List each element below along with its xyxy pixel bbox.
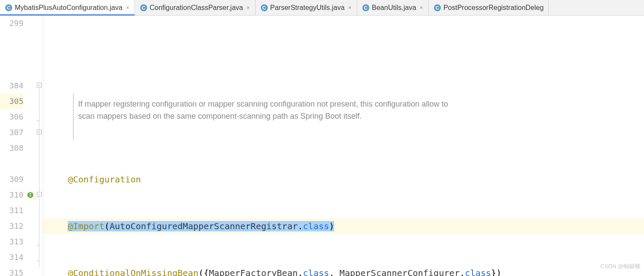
- close-icon[interactable]: ×: [246, 4, 251, 11]
- tab-label: BeanUtils.java: [372, 4, 416, 12]
- fold-toggle-icon[interactable]: −: [37, 192, 42, 197]
- code-content[interactable]: If mapper registering configuration or m…: [43, 16, 644, 276]
- marker-column: I ↑: [26, 16, 36, 276]
- tab-beanutils[interactable]: BeanUtils.java ×: [357, 0, 429, 15]
- close-icon[interactable]: ×: [125, 4, 130, 11]
- fold-end-icon: ⌃: [37, 239, 39, 254]
- annotation: @Import: [68, 221, 104, 231]
- javadoc-rendered: If mapper registering configuration or m…: [73, 94, 463, 140]
- tab-label: MybatisPlusAutoConfiguration.java: [15, 4, 122, 12]
- tab-postprocessor[interactable]: PostProcessorRegistrationDeleg: [429, 0, 549, 15]
- java-class-icon: [140, 4, 147, 11]
- fold-end-icon: ⌃: [37, 254, 39, 270]
- line-number-gutter: 299 304 305 306 307 308 309 310 311 312 …: [0, 16, 26, 276]
- override-gutter-icon[interactable]: I: [27, 192, 33, 198]
- annotation: @Configuration: [68, 174, 141, 185]
- fold-column: − − − ⌃ ⌃ ⌃: [36, 16, 43, 276]
- tab-mybatisplus[interactable]: MybatisPlusAutoConfiguration.java ×: [0, 0, 135, 15]
- java-class-icon: [434, 4, 441, 11]
- fold-toggle-icon[interactable]: −: [37, 83, 42, 88]
- java-class-icon: [362, 4, 369, 11]
- java-class-icon: [261, 4, 268, 11]
- close-icon[interactable]: ×: [419, 4, 424, 11]
- editor-tab-bar: MybatisPlusAutoConfiguration.java × Conf…: [0, 0, 644, 16]
- code-editor[interactable]: 299 304 305 306 307 308 309 310 311 312 …: [0, 16, 644, 276]
- tab-parserstrategy[interactable]: ParserStrategyUtils.java ×: [256, 0, 357, 15]
- tab-configclassparser[interactable]: ConfigurationClassParser.java ×: [135, 0, 256, 15]
- java-class-icon: [5, 4, 12, 11]
- tab-label: PostProcessorRegistrationDeleg: [444, 4, 544, 12]
- watermark-text: CSDN @蚰蜒螋: [600, 259, 641, 274]
- tab-label: ConfigurationClassParser.java: [150, 4, 243, 12]
- close-icon[interactable]: ×: [347, 4, 352, 11]
- tab-label: ParserStrategyUtils.java: [270, 4, 345, 12]
- annotation: @ConditionalOnMissingBean: [68, 268, 198, 276]
- fold-end-icon: ⌃: [37, 114, 39, 130]
